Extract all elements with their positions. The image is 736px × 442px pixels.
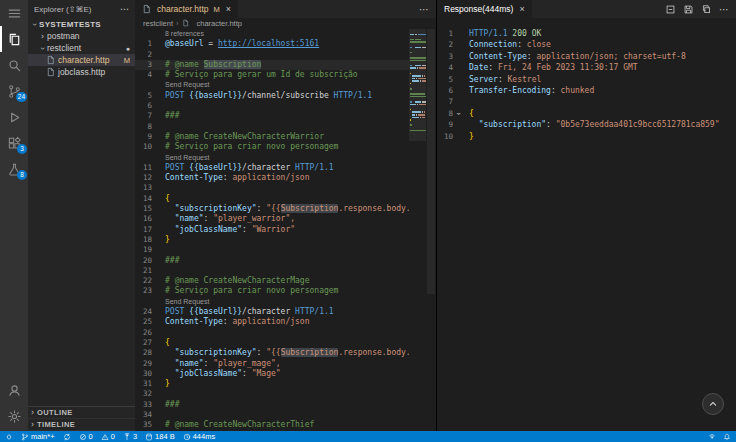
token: "{{ xyxy=(266,348,280,357)
activity-bar-bottom xyxy=(0,377,28,429)
tree-item-jobclass-http[interactable]: jobclass.http xyxy=(28,66,135,78)
minimap-line xyxy=(409,78,426,80)
line-number: 31 xyxy=(135,379,159,389)
token: close xyxy=(527,40,551,49)
activitybar-run-debug[interactable] xyxy=(0,104,28,130)
code-editor[interactable]: 8 references1@baseUrl = http://localhost… xyxy=(135,29,409,431)
more-actions-icon[interactable]: ⋯ xyxy=(419,4,429,15)
breadcrumb-item[interactable]: restclient xyxy=(143,19,173,28)
tab-response[interactable]: Response(444ms) × xyxy=(437,0,533,18)
code-line: 3# @name Subscription xyxy=(135,60,409,70)
send-request-link[interactable]: Send Request xyxy=(159,297,209,307)
status-broadcast[interactable] xyxy=(708,433,716,441)
line-content: # @name CreateNewCharacterThief xyxy=(159,420,409,430)
tab-character-http[interactable]: character.http M × xyxy=(135,0,239,18)
response-line: 1HTTP/1.1 200 OK xyxy=(437,28,736,39)
line-content xyxy=(159,183,409,193)
badge-testing: 8 xyxy=(17,170,27,180)
collapse-all-icon[interactable] xyxy=(665,4,676,15)
minimap-line xyxy=(409,65,426,67)
send-request-link[interactable]: Send Request xyxy=(159,153,209,163)
activitybar-explorer[interactable] xyxy=(0,26,28,52)
minimap[interactable] xyxy=(409,29,426,431)
line-number: 6 xyxy=(437,85,453,96)
scrollbar-slider[interactable] xyxy=(427,29,435,294)
line-content: ### xyxy=(159,256,409,266)
line-content: @baseUrl = http://localhost:5161 xyxy=(159,39,409,49)
status-response-size[interactable]: 184 B xyxy=(145,432,175,441)
token: # Serviço para criar novo personagem xyxy=(165,142,338,151)
send-request-link[interactable]: Send Request xyxy=(159,80,209,90)
token: Kestrel xyxy=(508,75,542,84)
line-number: 4 xyxy=(135,70,159,80)
status-errors[interactable]: 0 xyxy=(79,432,93,441)
status-sync[interactable] xyxy=(63,433,71,441)
section-outline[interactable]: ›OUTLINE xyxy=(28,407,135,419)
token: { xyxy=(165,194,170,203)
response-line: 10} xyxy=(437,131,736,142)
explorer-more-actions-button[interactable]: ⋯ xyxy=(120,4,129,14)
token: Content-Type xyxy=(469,52,527,61)
status-warnings[interactable]: 0 xyxy=(101,432,115,441)
editor-scrollbar[interactable] xyxy=(426,29,436,431)
close-tab-icon[interactable]: × xyxy=(226,4,231,14)
activitybar-settings[interactable] xyxy=(0,403,28,429)
chevron-right-icon: › xyxy=(28,420,37,429)
menu-icon xyxy=(7,6,22,21)
breadcrumb-item[interactable]: character.http xyxy=(197,19,242,28)
line-number: 21 xyxy=(135,266,159,276)
activitybar-account[interactable] xyxy=(0,377,28,403)
sync-icon xyxy=(63,433,71,441)
root-folder-label: SYSTEMTESTS xyxy=(39,20,101,29)
token: "jobClassName" xyxy=(175,369,242,378)
status-remote[interactable] xyxy=(5,433,13,441)
token: : xyxy=(551,86,561,95)
copy-icon[interactable] xyxy=(701,4,712,15)
activitybar-source-control[interactable]: 24 xyxy=(0,78,28,104)
code-line: 23# Serviço para criar novo personagem xyxy=(135,286,409,296)
response-line: 7 xyxy=(437,96,736,107)
line-content: # @name CreateNewCharacterWarrior xyxy=(159,132,409,142)
status-notifications[interactable] xyxy=(723,433,731,441)
token: Content-Type xyxy=(165,317,223,326)
line-number: 4 xyxy=(437,62,453,73)
line-content: Date: Fri, 24 Feb 2023 11:30:17 GMT xyxy=(463,62,736,73)
tree-item-label: character.http xyxy=(58,55,110,65)
activitybar-testing[interactable]: 8 xyxy=(0,156,28,182)
tree-item-postman[interactable]: ›postman xyxy=(28,30,135,42)
tree-item-restclient[interactable]: ›restclient● xyxy=(28,42,135,54)
more-icon[interactable]: ⋯ xyxy=(719,4,729,15)
save-icon[interactable] xyxy=(683,4,694,15)
git-branch-icon xyxy=(21,433,29,441)
response-editor[interactable]: 1HTTP/1.1 200 OK2Connection: close3Conte… xyxy=(437,18,736,431)
token: } xyxy=(165,235,170,244)
response-line: 9 "subscription": "0b5e73eeddaa401c9bcc6… xyxy=(437,119,736,130)
activitybar-extensions[interactable]: 3 xyxy=(0,130,28,156)
status-branch[interactable]: main*+ xyxy=(21,432,55,441)
line-content: } xyxy=(159,235,409,245)
response-tabbar: Response(444ms) × ⋯ xyxy=(437,0,736,18)
section-timeline[interactable]: ›TIMELINE xyxy=(28,419,135,431)
activitybar-menu[interactable] xyxy=(0,0,28,26)
token xyxy=(165,348,175,357)
line-number xyxy=(135,80,159,90)
close-response-icon[interactable]: × xyxy=(519,4,524,14)
token: # @name xyxy=(165,60,204,69)
tree-root-systemtests[interactable]: ›SYSTEMTESTS xyxy=(28,18,135,30)
code-line: 19 xyxy=(135,245,409,255)
status-ports[interactable]: 3 xyxy=(123,432,137,441)
token: Transfer-Encoding xyxy=(469,86,551,95)
line-number: 20 xyxy=(135,256,159,266)
line-content xyxy=(463,96,736,107)
status-bar-left: main*+003184 B444ms xyxy=(5,432,215,441)
line-content: } xyxy=(159,379,409,389)
status-response-time[interactable]: 444ms xyxy=(183,432,216,441)
activitybar-search[interactable] xyxy=(0,52,28,78)
references-codelens[interactable]: 8 references xyxy=(159,29,204,39)
token: ### xyxy=(165,111,179,120)
tree-item-character-http[interactable]: character.httpM xyxy=(28,54,135,66)
fold-chevron-icon[interactable]: › xyxy=(452,108,463,118)
line-content: # @name Subscription xyxy=(159,60,409,70)
scroll-top-button[interactable] xyxy=(702,393,724,415)
token: 200 OK xyxy=(512,29,541,38)
